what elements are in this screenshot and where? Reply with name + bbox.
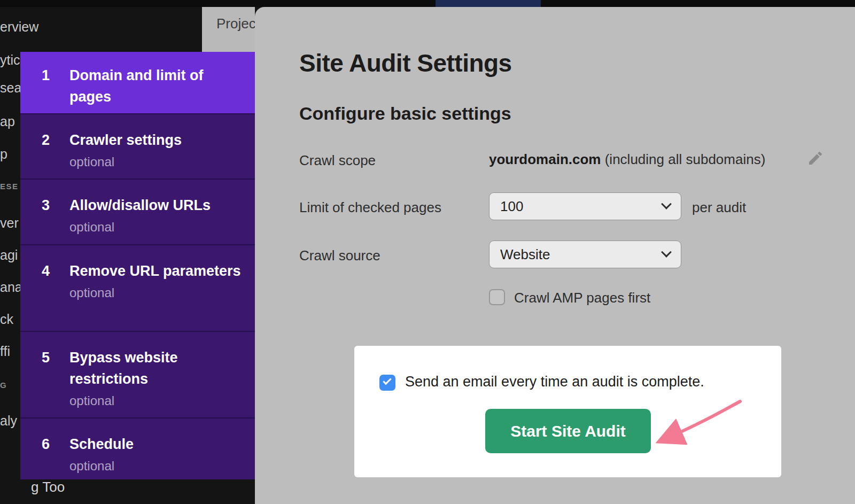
step-number: 4 xyxy=(20,260,69,331)
crawl-scope-subdomains: (including all subdomains) xyxy=(601,151,765,167)
step-title: Remove URL parameters xyxy=(69,260,242,282)
crawl-amp-label: Crawl AMP pages first xyxy=(514,290,650,306)
sidebar-item[interactable]: erview xyxy=(0,19,38,35)
step-domain-and-limit[interactable]: 1 Domain and limit of pages xyxy=(20,52,255,113)
step-allow-disallow-urls[interactable]: 3 Allow/disallow URLs optional xyxy=(20,179,255,244)
limit-select[interactable]: 100 xyxy=(489,192,681,220)
modal-title: Site Audit Settings xyxy=(299,49,512,77)
checkmark-icon xyxy=(383,376,391,385)
chevron-down-icon xyxy=(661,199,672,210)
spotlight-panel: Send an email every time an audit is com… xyxy=(354,346,781,477)
step-optional-label: optional xyxy=(69,459,242,474)
step-optional-label: optional xyxy=(69,393,242,408)
crawl-scope-domain: yourdomain.com xyxy=(489,151,601,167)
settings-stepper: 1 Domain and limit of pages 2 Crawler se… xyxy=(20,52,255,479)
limit-select-value: 100 xyxy=(500,198,523,215)
step-title: Bypass website restrictions xyxy=(69,347,242,390)
site-audit-settings-modal: Site Audit Settings Configure basic sett… xyxy=(255,7,855,504)
section-title: Configure basic settings xyxy=(299,103,511,124)
sidebar-item[interactable]: p xyxy=(0,146,7,162)
sidebar-item[interactable]: ytic xyxy=(0,52,20,68)
sidebar-item[interactable]: ap xyxy=(0,114,15,129)
sidebar-item[interactable]: ver xyxy=(0,215,19,231)
step-title: Schedule xyxy=(69,433,242,455)
step-title: Allow/disallow URLs xyxy=(69,195,242,216)
sidebar-item[interactable]: sea xyxy=(0,80,21,96)
crawl-scope-label: Crawl scope xyxy=(299,152,376,169)
edit-pencil-icon[interactable] xyxy=(807,150,824,167)
top-bar xyxy=(0,0,855,7)
step-remove-url-parameters[interactable]: 4 Remove URL parameters optional xyxy=(20,244,255,331)
crawl-source-value: Website xyxy=(500,246,550,263)
sidebar-section-label: ESE xyxy=(0,182,19,191)
sidebar-item[interactable]: agi xyxy=(0,247,18,263)
limit-label: Limit of checked pages xyxy=(299,199,441,216)
step-bypass-website-restrictions[interactable]: 5 Bypass website restrictions optional xyxy=(20,331,255,417)
screen: E RESEARCH erview ytic sea ap p ESE ver … xyxy=(0,0,855,504)
crawl-amp-checkbox[interactable] xyxy=(489,289,505,305)
step-optional-label: optional xyxy=(69,154,242,169)
background-projects-tab[interactable]: Projec xyxy=(202,7,255,52)
per-audit-label: per audit xyxy=(692,199,746,216)
projects-tab-label: Projec xyxy=(216,15,256,32)
step-number: 5 xyxy=(20,347,69,417)
step-number: 3 xyxy=(20,195,69,244)
step-optional-label: optional xyxy=(69,220,242,235)
sidebar-item[interactable]: aly xyxy=(0,413,17,429)
step-title: Domain and limit of pages xyxy=(69,65,242,107)
step-schedule[interactable]: 6 Schedule optional xyxy=(20,417,255,479)
email-notify-checkbox[interactable] xyxy=(379,375,395,391)
step-number: 2 xyxy=(20,129,69,179)
start-site-audit-button[interactable]: Start Site Audit xyxy=(485,409,651,453)
sidebar-item[interactable]: ana xyxy=(0,280,22,295)
chevron-down-icon xyxy=(661,247,672,258)
header-accent xyxy=(436,0,541,7)
step-crawler-settings[interactable]: 2 Crawler settings optional xyxy=(20,113,255,179)
step-number: 6 xyxy=(20,433,69,479)
sidebar-section-label: G xyxy=(0,381,7,390)
crawl-scope-value: yourdomain.com (including all subdomains… xyxy=(489,151,765,168)
step-title: Crawler settings xyxy=(69,129,242,151)
step-number: 1 xyxy=(20,65,69,113)
crawl-source-label: Crawl source xyxy=(299,247,380,264)
email-notify-label: Send an email every time an audit is com… xyxy=(405,374,704,390)
sidebar-item[interactable]: ffi xyxy=(0,344,10,359)
sidebar-item-link-building-tool[interactable]: g Too xyxy=(31,479,65,495)
crawl-source-select[interactable]: Website xyxy=(489,241,681,268)
step-optional-label: optional xyxy=(69,285,242,300)
sidebar-item[interactable]: ck xyxy=(0,312,13,327)
